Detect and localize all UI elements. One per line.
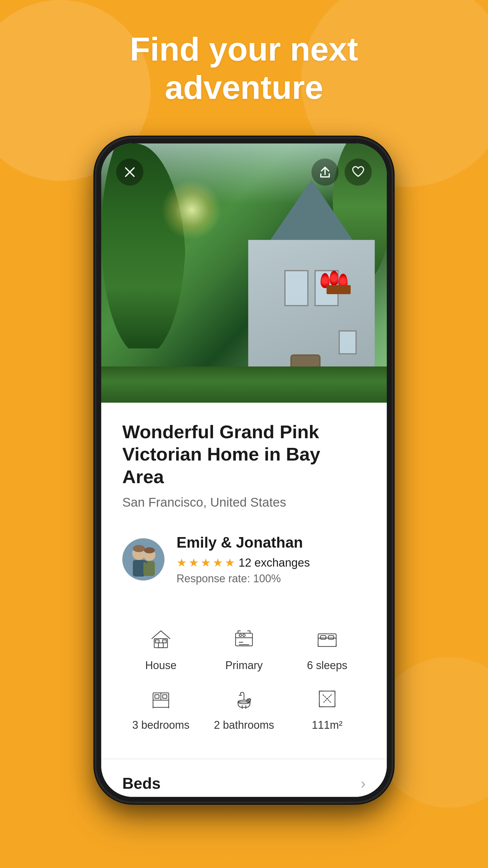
flower-box-container <box>327 285 351 294</box>
svg-point-8 <box>144 547 155 553</box>
host-rating: ★ ★ ★ ★ ★ 12 exchanges <box>176 556 366 569</box>
svg-rect-13 <box>235 633 253 646</box>
area-icon <box>312 684 342 714</box>
phone-shell: Wonderful Grand Pink Victorian Home in B… <box>96 138 392 802</box>
property-location: San Francisco, United States <box>122 495 366 510</box>
beds-label: Beds <box>122 774 161 792</box>
svg-rect-11 <box>156 640 159 643</box>
star-1: ★ <box>176 556 187 569</box>
star-rating: ★ ★ ★ ★ ★ <box>176 556 235 569</box>
svg-rect-18 <box>328 636 334 639</box>
house-window-3 <box>338 330 357 354</box>
svg-point-15 <box>243 634 245 637</box>
house-icon <box>146 624 176 654</box>
share-icon <box>318 165 332 179</box>
features-grid: House <box>122 612 366 744</box>
svg-rect-6 <box>143 561 155 576</box>
feature-house: House <box>122 624 199 672</box>
svg-rect-10 <box>158 643 163 648</box>
feature-sleeps: 6 sleeps <box>289 624 366 672</box>
bathrooms-icon <box>229 684 259 714</box>
house-window-2 <box>284 270 308 306</box>
host-section: Emily & Jonathan ★ ★ ★ ★ ★ 12 exchanges <box>122 525 366 594</box>
star-2: ★ <box>189 556 199 569</box>
svg-point-24 <box>248 699 251 701</box>
close-icon <box>123 165 136 179</box>
beds-section[interactable]: Beds › <box>122 759 366 797</box>
share-button[interactable] <box>312 158 338 186</box>
star-3: ★ <box>201 556 211 569</box>
avatar-image <box>122 538 164 581</box>
host-name: Emily & Jonathan <box>176 534 366 551</box>
primary-icon <box>229 624 259 654</box>
star-5: ★ <box>225 556 235 569</box>
feature-bathrooms: 2 bathrooms <box>205 684 283 732</box>
feature-house-label: House <box>145 659 176 672</box>
response-rate: Response rate: 100% <box>176 572 366 585</box>
property-title: Wonderful Grand Pink Victorian Home in B… <box>122 421 366 488</box>
feature-area: 111m² <box>289 684 366 732</box>
feature-sleeps-label: 6 sleeps <box>307 659 347 672</box>
property-content: Wonderful Grand Pink Victorian Home in B… <box>101 403 387 797</box>
svg-point-14 <box>239 634 241 637</box>
favorite-button[interactable] <box>345 158 372 186</box>
hero-title: Find your next adventure <box>0 30 488 106</box>
property-image <box>101 144 387 403</box>
svg-rect-4 <box>133 560 145 577</box>
couple-illustration <box>122 538 164 581</box>
phone-mockup: Wonderful Grand Pink Victorian Home in B… <box>96 138 392 802</box>
feature-bathrooms-label: 2 bathrooms <box>214 719 274 732</box>
bedrooms-icon <box>146 684 176 714</box>
sun-effect <box>161 180 222 240</box>
svg-rect-17 <box>321 636 326 639</box>
feature-bedrooms-label: 3 bedrooms <box>132 719 190 732</box>
flower-box <box>321 270 357 294</box>
feature-primary-label: Primary <box>225 659 263 672</box>
host-avatar <box>122 538 164 581</box>
exchanges-count: 12 exchanges <box>238 556 310 569</box>
svg-rect-21 <box>163 695 167 698</box>
svg-rect-20 <box>155 695 159 698</box>
garden-area <box>101 367 387 403</box>
flower-2 <box>330 271 338 286</box>
heart-icon <box>352 165 365 179</box>
phone-screen: Wonderful Grand Pink Victorian Home in B… <box>101 144 387 797</box>
feature-bedrooms: 3 bedrooms <box>122 684 199 732</box>
host-info: Emily & Jonathan ★ ★ ★ ★ ★ 12 exchanges <box>176 534 366 585</box>
svg-point-7 <box>133 545 145 552</box>
feature-primary: Primary <box>205 624 283 672</box>
svg-rect-12 <box>163 640 166 643</box>
sleeps-icon <box>312 624 342 654</box>
close-button[interactable] <box>116 158 143 186</box>
feature-area-label: 111m² <box>312 719 343 732</box>
star-4: ★ <box>213 556 223 569</box>
chevron-right-icon: › <box>361 775 366 792</box>
